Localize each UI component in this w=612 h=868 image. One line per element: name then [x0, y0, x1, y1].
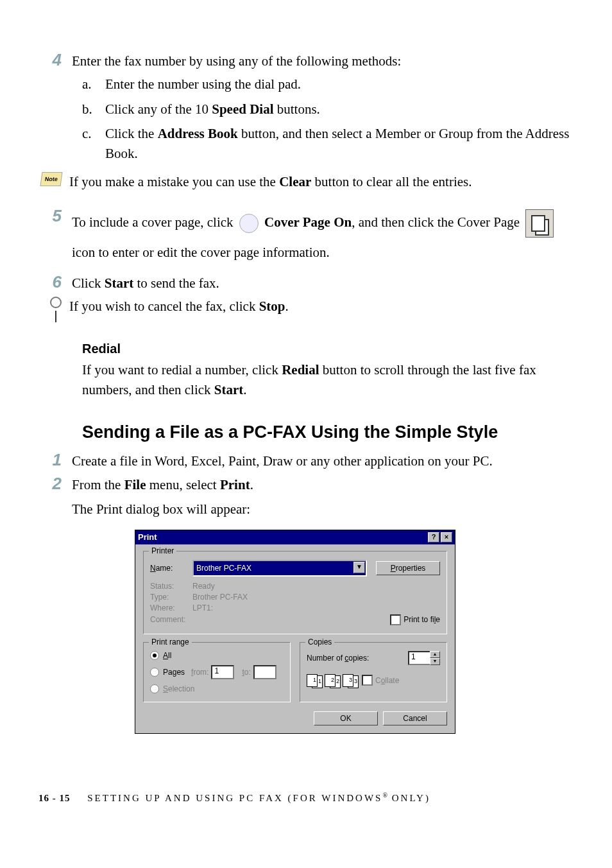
- cover-page-icon: [525, 209, 554, 238]
- collate-icon: 11 22 33: [307, 674, 358, 687]
- cancel-button[interactable]: Cancel: [383, 711, 447, 725]
- step-4b: b. Click any of the 10 Speed Dial button…: [82, 100, 574, 119]
- from-label: from:: [191, 668, 208, 677]
- sec2-step-number-1: 1: [38, 451, 72, 468]
- step-4a: a. Enter the number using the dial pad.: [82, 74, 574, 94]
- sec2-step-2: 2 From the File menu, select Print. The …: [38, 475, 574, 519]
- help-button[interactable]: ?: [428, 532, 439, 542]
- num-copies-label: Number of copies:: [307, 654, 369, 663]
- print-dialog-titlebar: Print ? ×: [135, 530, 455, 544]
- section-heading: Sending a File as a PC-FAX Using the Sim…: [82, 422, 574, 442]
- page-footer: 16 - 15 SETTING UP AND USING PC FAX (FOR…: [38, 792, 574, 804]
- printer-legend: Printer: [149, 546, 176, 555]
- print-dialog-title: Print: [138, 532, 427, 542]
- num-copies-spinner[interactable]: ▲▼: [430, 651, 440, 665]
- chevron-down-icon[interactable]: ▼: [353, 562, 365, 573]
- to-label: to:: [242, 668, 250, 677]
- type-label: Type:: [150, 593, 192, 602]
- radio-all[interactable]: [150, 651, 159, 660]
- redial-heading: Redial: [82, 342, 574, 356]
- comment-label: Comment:: [150, 615, 192, 624]
- printer-name-label: Name:: [150, 564, 192, 573]
- page-number: 16 - 15: [38, 793, 71, 803]
- note-clear: Note If you make a mistake you can use t…: [38, 172, 574, 191]
- pages-from-input[interactable]: 1: [211, 665, 234, 679]
- print-to-file-label: Print to file: [404, 615, 440, 624]
- radio-selection: [150, 684, 159, 693]
- printer-name-combo[interactable]: Brother PC-FAX ▼: [192, 560, 367, 577]
- status-label: Status:: [150, 582, 192, 591]
- collate-checkbox: [362, 675, 373, 686]
- redial-paragraph: If you want to redial a number, click Re…: [82, 360, 574, 399]
- step-number-5: 5: [38, 207, 72, 224]
- note-icon: Note: [40, 172, 62, 186]
- step-number-6: 6: [38, 273, 72, 290]
- print-range-legend: Print range: [149, 638, 192, 647]
- print-to-file-checkbox[interactable]: [390, 614, 401, 625]
- step-4-intro: Enter the fax number by using any of the…: [72, 51, 574, 71]
- where-label: Where:: [150, 603, 192, 612]
- footer-text: SETTING UP AND USING PC FAX (FOR WINDOWS…: [87, 793, 430, 803]
- collate-label: Collate: [375, 676, 399, 685]
- step-4: 4 Enter the fax number by using any of t…: [38, 51, 574, 168]
- step-4c: c. Click the Address Book button, and th…: [82, 124, 574, 163]
- status-value: Ready: [192, 582, 215, 591]
- step-6: 6 Click Start to send the fax.: [38, 273, 574, 293]
- copies-group: Copies Number of copies: 1 ▲▼ 11: [300, 642, 447, 702]
- print-range-group: Print range All Pages from: 1: [143, 642, 291, 702]
- step-5: 5 To include a cover page, click Cover P…: [38, 207, 574, 267]
- tip-icon: [50, 297, 62, 322]
- num-copies-input[interactable]: 1: [408, 651, 431, 665]
- step-number-4: 4: [38, 51, 72, 68]
- properties-button[interactable]: Properties: [376, 561, 440, 575]
- radio-pages[interactable]: [150, 668, 159, 677]
- sec2-step-1: 1 Create a file in Word, Excel, Paint, D…: [38, 451, 574, 471]
- radio-all-label: All: [163, 651, 171, 660]
- where-value: LPT1:: [192, 603, 213, 612]
- cover-page-on-icon: [239, 214, 259, 233]
- tip-stop: If you wish to cancel the fax, click Sto…: [38, 297, 574, 322]
- printer-group: Printer Name: Brother PC-FAX ▼ Propertie…: [143, 551, 447, 634]
- radio-pages-label: Pages: [163, 668, 185, 677]
- ok-button[interactable]: OK: [314, 711, 378, 725]
- radio-selection-label: Selection: [163, 684, 194, 693]
- type-value: Brother PC-FAX: [192, 593, 248, 602]
- close-button[interactable]: ×: [441, 532, 452, 542]
- pages-to-input[interactable]: [253, 665, 276, 679]
- sec2-step-number-2: 2: [38, 475, 72, 492]
- copies-legend: Copies: [305, 638, 334, 647]
- print-dialog: Print ? × Printer Name: Brother PC-FAX ▼: [135, 530, 455, 734]
